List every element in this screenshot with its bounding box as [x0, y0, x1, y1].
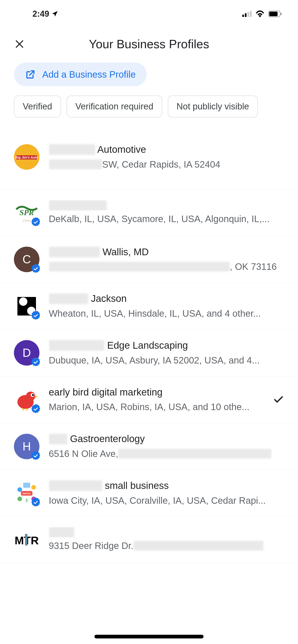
avatar: SPRa Koost	[14, 200, 40, 226]
svg-point-20	[18, 487, 22, 492]
redacted-text	[49, 247, 100, 257]
list-item-title	[49, 527, 284, 538]
status-time-group: 2:49	[33, 9, 59, 19]
add-chip-row: Add a Business Profile	[0, 62, 298, 96]
list-item-body: AutomotiveSW, Cedar Rapids, IA 52404	[49, 143, 284, 171]
redacted-text	[49, 294, 88, 304]
filter-label: Not publicly visible	[177, 102, 249, 111]
svg-point-17	[32, 394, 34, 396]
list-item-title: Automotive	[49, 143, 284, 156]
list-item-title-text: Edge Landscaping	[104, 339, 188, 352]
list-item-title-text: Gastroenterology	[67, 432, 145, 446]
list-item-title-text: Wallis, MD	[100, 246, 149, 259]
list-item-sub-text: Wheaton, IL, USA, Hinsdale, IL, USA, and…	[49, 307, 261, 320]
svg-rect-6	[280, 13, 281, 15]
list-item[interactable]: early bird digital marketingMarion, IA, …	[0, 376, 298, 423]
avatar	[14, 387, 40, 412]
open-external-icon	[25, 69, 36, 80]
svg-rect-3	[250, 11, 251, 17]
list-item-subtitle: 6516 N Olie Ave,	[49, 447, 284, 460]
verified-badge-icon	[31, 310, 41, 320]
add-business-profile-button[interactable]: Add a Business Profile	[14, 62, 147, 86]
avatar: C	[14, 247, 40, 272]
list-item-body: 9315 Deer Ridge Dr.	[49, 527, 284, 552]
list-item-body: Edge LandscapingDubuque, IA, USA, Asbury…	[49, 339, 284, 367]
list-item-title: Edge Landscaping	[49, 339, 284, 352]
add-business-profile-label: Add a Business Profile	[42, 69, 136, 80]
location-icon	[52, 10, 59, 18]
list-item-body: DeKalb, IL, USA, Sycamore, IL, USA, Algo…	[49, 200, 284, 226]
list-item[interactable]: C Wallis, MD, OK 73116	[0, 236, 298, 283]
svg-rect-0	[242, 14, 244, 17]
list-item-title: early bird digital marketing	[49, 386, 268, 399]
verified-badge-icon	[31, 497, 41, 507]
list-item[interactable]: MTR9315 Deer Ridge Dr.	[0, 517, 298, 563]
list-item-title	[49, 200, 284, 211]
svg-rect-1	[245, 13, 246, 17]
filter-not-publicly-visible[interactable]: Not publicly visible	[168, 96, 258, 118]
svg-text:$: $	[26, 498, 28, 502]
avatar: DIGITAL$	[14, 480, 40, 506]
filter-row: Verified Verification required Not publi…	[0, 96, 298, 129]
filter-verification-required[interactable]: Verification required	[67, 96, 162, 118]
svg-rect-5	[269, 12, 277, 16]
redacted-text	[49, 527, 74, 538]
avatar: D	[14, 340, 40, 366]
list-item-body: early bird digital marketingMarion, IA, …	[49, 386, 268, 414]
avatar	[14, 294, 40, 319]
cellular-icon	[242, 11, 251, 17]
status-right	[242, 10, 282, 18]
svg-text:DIGITAL: DIGITAL	[23, 492, 31, 495]
avatar: Big Jim's Auto	[14, 144, 40, 170]
list-item-body: Wallis, MD, OK 73116	[49, 246, 284, 274]
redacted-text	[49, 144, 95, 155]
list-item-subtitle: Marion, IA, USA, Robins, IA, USA, and 10…	[49, 400, 268, 414]
list-item[interactable]: D Edge LandscapingDubuque, IA, USA, Asbu…	[0, 330, 298, 376]
list-item-title: Gastroenterology	[49, 432, 284, 446]
list-item-title-text: Jackson	[88, 292, 127, 305]
verified-badge-icon	[31, 404, 41, 414]
redacted-text	[49, 434, 67, 444]
list-item-sub-text: 6516 N Olie Ave,	[49, 447, 118, 460]
list-item-subtitle: , OK 73116	[49, 260, 284, 273]
list-item[interactable]: DIGITAL$ small businessIowa City, IA, US…	[0, 470, 298, 517]
list-item-body: JacksonWheaton, IL, USA, Hinsdale, IL, U…	[49, 292, 284, 320]
list-item[interactable]: H Gastroenterology6516 N Olie Ave,	[0, 423, 298, 470]
svg-text:SPR: SPR	[20, 208, 34, 217]
svg-rect-2	[247, 12, 249, 17]
verified-badge-icon	[31, 217, 41, 227]
filter-verified[interactable]: Verified	[14, 96, 61, 118]
list-item-title: Wallis, MD	[49, 246, 284, 259]
redacted-text	[49, 200, 107, 211]
list-item-subtitle: Dubuque, IA, USA, Asbury, IA 52002, USA,…	[49, 354, 284, 367]
list-item[interactable]: JacksonWheaton, IL, USA, Hinsdale, IL, U…	[0, 283, 298, 330]
list-item[interactable]: SPRa Koost DeKalb, IL, USA, Sycamore, IL…	[0, 190, 298, 236]
home-indicator	[95, 635, 203, 638]
list-item-sub-text: Dubuque, IA, USA, Asbury, IA 52002, USA,…	[49, 354, 260, 367]
list-item-body: small businessIowa City, IA, USA, Coralv…	[49, 479, 284, 507]
list-item-body: Gastroenterology6516 N Olie Ave,	[49, 432, 284, 460]
list-item-title: small business	[49, 479, 284, 492]
filter-label: Verified	[23, 102, 52, 111]
svg-rect-27	[25, 534, 27, 546]
list-item-title-text: small business	[102, 479, 169, 492]
svg-rect-18	[23, 483, 30, 488]
svg-point-12	[19, 298, 27, 306]
list-item-sub-text: SW, Cedar Rapids, IA 52404	[102, 158, 220, 171]
status-time: 2:49	[33, 9, 49, 19]
filter-label: Verification required	[75, 102, 153, 111]
svg-text:a Koost: a Koost	[23, 219, 31, 222]
list-item-title: Jackson	[49, 292, 284, 305]
redacted-text	[49, 340, 104, 351]
list-item-subtitle: Wheaton, IL, USA, Hinsdale, IL, USA, and…	[49, 307, 284, 320]
list-item-subtitle: 9315 Deer Ridge Dr.	[49, 539, 284, 552]
svg-text:Big Jim's Auto: Big Jim's Auto	[16, 156, 38, 159]
verified-badge-icon	[31, 357, 41, 367]
page-title: Your Business Profiles	[14, 37, 284, 51]
wifi-icon	[255, 10, 264, 18]
list-item-title-text: Automotive	[95, 143, 146, 156]
profiles-list: Big Jim's Auto AutomotiveSW, Cedar Rapid…	[0, 129, 298, 563]
svg-point-23	[18, 496, 22, 501]
list-item-sub-text: Iowa City, IA, USA, Coralville, IA, USA,…	[49, 494, 266, 507]
list-item[interactable]: Big Jim's Auto AutomotiveSW, Cedar Rapid…	[0, 129, 298, 190]
